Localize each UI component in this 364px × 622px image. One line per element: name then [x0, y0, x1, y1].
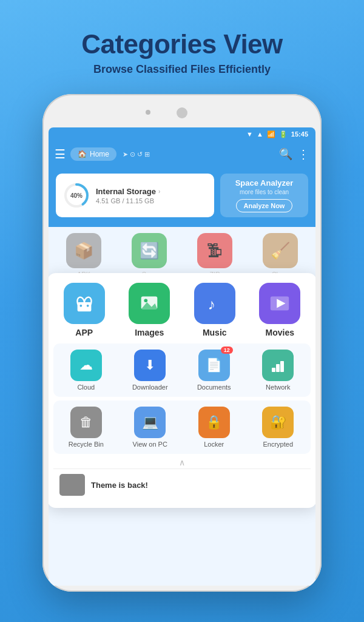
small-category-grid-2: 🗑 Recycle Bin 💻 View on PC 🔒 Locker: [53, 401, 311, 454]
home-button[interactable]: 🏠 Home: [70, 147, 116, 161]
svg-point-8: [144, 299, 148, 302]
cat-encrypted-label: Encrypted: [263, 441, 293, 448]
cat-music[interactable]: ♪ Music: [184, 283, 246, 337]
scroll-up-indicator: ∧: [53, 454, 311, 468]
wifi-icon: 📶: [267, 130, 275, 138]
notification-text: Theme is back!: [91, 481, 148, 490]
notification-bar[interactable]: Theme is back!: [53, 468, 311, 501]
more-icon[interactable]: ⋮: [297, 147, 309, 161]
svg-point-6: [87, 305, 89, 307]
cat-cloud[interactable]: ☁ Cloud: [56, 350, 116, 391]
space-analyzer: Space Analyzer more files to clean Analy…: [220, 174, 308, 217]
cat-network-label: Network: [266, 384, 290, 391]
cat-encrypted[interactable]: 🔐 Encrypted: [248, 407, 309, 448]
nav-back-icon[interactable]: ↺: [137, 150, 143, 158]
cat-images[interactable]: Images: [119, 283, 181, 337]
bg-cat-apk: 📦 APK: [53, 233, 114, 278]
storage-usage: 4.51 GB / 11.15 GB: [96, 197, 160, 205]
featured-grid: APP Images: [53, 283, 311, 337]
phone-screen: ▼ ▲ 📶 🔋 15:45 ☰ 🏠 Home ➤ ⊙ ↺ ⊞: [49, 127, 315, 586]
analyzer-title: Space Analyzer: [235, 178, 294, 188]
cat-documents[interactable]: 📄 12 Documents: [184, 350, 244, 391]
menu-icon[interactable]: ☰: [55, 147, 66, 161]
analyze-now-button[interactable]: Analyze Now: [236, 199, 293, 212]
cat-app-label: APP: [75, 328, 93, 337]
storage-donut: 40%: [63, 182, 90, 209]
nav-circle-icon[interactable]: ⊙: [130, 150, 135, 158]
cat-documents-label: Documents: [197, 384, 231, 391]
signal-icon: ▼: [246, 130, 253, 138]
featured-card: APP Images: [49, 273, 315, 508]
storage-card: 40% Internal Storage › 4.51 GB / 11.15 G…: [56, 174, 214, 217]
cat-locker[interactable]: 🔒 Locker: [184, 407, 244, 448]
status-time: 15:45: [291, 130, 308, 138]
status-bar: ▼ ▲ 📶 🔋 15:45: [49, 127, 315, 141]
svg-rect-15: [280, 361, 284, 372]
cat-locker-label: Locker: [204, 441, 224, 448]
network-icon: ▲: [257, 130, 263, 138]
nav-grid-icon[interactable]: ⊞: [144, 150, 150, 158]
home-icon: 🏠: [78, 150, 87, 158]
phone-mockup: ▼ ▲ 📶 🔋 15:45 ☰ 🏠 Home ➤ ⊙ ↺ ⊞: [42, 94, 322, 592]
cat-view-pc-label: View on PC: [133, 441, 167, 448]
cat-network[interactable]: Network: [248, 350, 309, 391]
page-header: Categories View Browse Classified Files …: [0, 0, 364, 87]
cat-recycle-label: Recycle Bin: [69, 441, 104, 448]
storage-percent: 40%: [70, 192, 83, 199]
storage-title: Internal Storage ›: [96, 187, 160, 196]
svg-point-5: [79, 305, 82, 307]
storage-area: 40% Internal Storage › 4.51 GB / 11.15 G…: [49, 167, 315, 227]
cat-downloader[interactable]: ⬇ Downloader: [120, 350, 181, 391]
svg-rect-13: [272, 368, 275, 372]
battery-icon: 🔋: [279, 130, 288, 138]
cat-movies-label: Movies: [266, 328, 294, 337]
svg-text:♪: ♪: [207, 296, 215, 313]
search-icon[interactable]: 🔍: [279, 147, 292, 161]
documents-badge: 12: [221, 346, 233, 354]
app-toolbar: ☰ 🏠 Home ➤ ⊙ ↺ ⊞ 🔍 ⋮: [49, 141, 315, 167]
cat-downloader-label: Downloader: [132, 384, 168, 391]
nav-arrow-icon[interactable]: ➤: [123, 150, 128, 158]
small-category-grid: ☁ Cloud ⬇ Downloader 📄 12 Docum: [53, 343, 311, 397]
notification-thumb: [59, 474, 85, 496]
cat-recycle[interactable]: 🗑 Recycle Bin: [56, 407, 116, 448]
bg-cat-clean: 🧹 Clean: [250, 233, 311, 278]
analyzer-subtitle: more files to clean: [240, 189, 289, 195]
page-title: Categories View: [0, 29, 364, 59]
cat-app[interactable]: APP: [53, 283, 115, 337]
cat-movies[interactable]: Movies: [249, 283, 311, 337]
cat-music-label: Music: [203, 328, 227, 337]
home-label: Home: [90, 150, 109, 158]
cat-cloud-label: Cloud: [77, 384, 95, 391]
cat-images-label: Images: [135, 328, 164, 337]
sensor-dot: [146, 110, 150, 115]
camera-dot: [177, 107, 187, 118]
page-subtitle: Browse Classified Files Efficiently: [0, 63, 364, 76]
bg-cat-sync: 🔄 Sync: [119, 233, 180, 278]
svg-rect-14: [276, 364, 280, 372]
bg-cat-zip: 🗜 ZIP: [184, 233, 245, 278]
cat-view-pc[interactable]: 💻 View on PC: [120, 407, 181, 448]
